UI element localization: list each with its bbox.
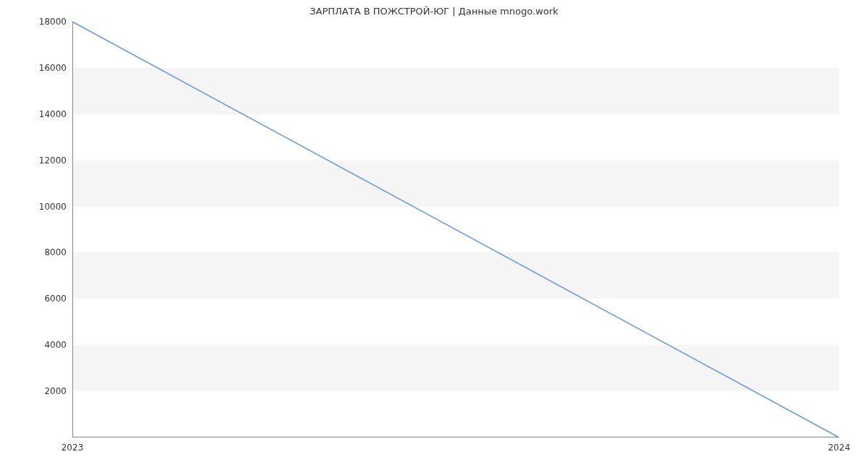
y-tick-label: 18000 [9, 17, 67, 27]
line-layer [72, 22, 839, 437]
y-tick-label: 12000 [9, 155, 67, 166]
chart-container: ЗАРПЛАТА В ПОЖСТРОЙ-ЮГ | Данные mnogo.wo… [0, 0, 868, 470]
series-line [72, 22, 839, 437]
y-tick-label: 16000 [9, 63, 67, 73]
y-tick-label: 4000 [9, 340, 67, 350]
chart-title: ЗАРПЛАТА В ПОЖСТРОЙ-ЮГ | Данные mnogo.wo… [0, 6, 868, 17]
y-tick-label: 14000 [9, 109, 67, 119]
x-tick-label: 2023 [61, 443, 84, 453]
y-tick-label: 2000 [9, 386, 67, 396]
y-tick-label: 8000 [9, 247, 67, 257]
y-tick-label: 10000 [9, 202, 67, 212]
y-tick-label: 6000 [9, 294, 67, 304]
x-tick-label: 2024 [828, 443, 851, 453]
plot-area [72, 22, 839, 437]
